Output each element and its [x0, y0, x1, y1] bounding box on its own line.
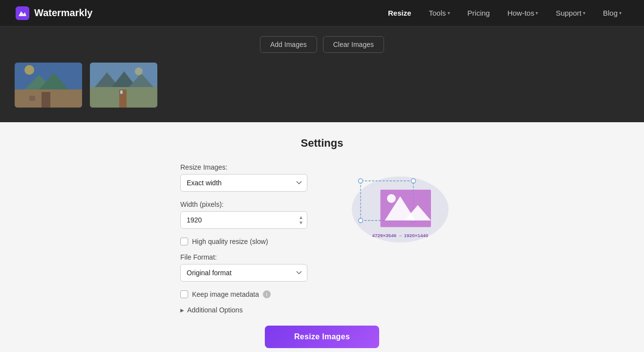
resize-illustration: 4729×3546 → 1920×1440: [346, 163, 464, 261]
resize-images-group: Resize Images: Exact width Exact height …: [180, 163, 307, 192]
width-input[interactable]: [180, 211, 307, 229]
thumbnail-2[interactable]: [90, 63, 157, 108]
additional-options-toggle[interactable]: ▶ Additional Options: [180, 306, 307, 314]
file-format-label: File Format:: [180, 253, 307, 261]
high-quality-label[interactable]: High quality resize (slow): [192, 238, 268, 245]
thumbnail-1-image: [15, 63, 82, 108]
svg-point-27: [387, 194, 396, 203]
nav-tools[interactable]: Tools ▾: [422, 6, 457, 20]
svg-rect-15: [120, 90, 123, 94]
svg-rect-17: [90, 63, 157, 87]
thumbnail-1[interactable]: [15, 63, 82, 108]
settings-title: Settings: [0, 137, 644, 150]
how-tos-chevron-icon: ▾: [536, 10, 538, 16]
svg-point-20: [359, 179, 363, 183]
width-group: Width (pixels): ▲ ▼: [180, 200, 307, 229]
width-increment-button[interactable]: ▲: [299, 215, 303, 220]
nav-links: Resize Tools ▾ Pricing How-tos ▾ Support…: [381, 6, 628, 20]
svg-text:4729×3546 → 1920×1440: 4729×3546 → 1920×1440: [372, 233, 429, 238]
width-label: Width (pixels):: [180, 200, 307, 208]
resize-button-wrapper: Resize Images: [0, 326, 644, 348]
navbar: Watermarkly Resize Tools ▾ Pricing How-t…: [0, 0, 644, 26]
width-decrement-button[interactable]: ▼: [299, 220, 303, 225]
metadata-info-icon[interactable]: i: [263, 290, 271, 298]
svg-rect-8: [15, 63, 82, 89]
nav-support[interactable]: Support ▾: [549, 6, 592, 20]
settings-section: Settings Resize Images: Exact width Exac…: [0, 122, 644, 352]
file-format-select[interactable]: Original format JPEG PNG WEBP: [180, 264, 307, 282]
image-toolbar: Add Images Clear Images: [15, 36, 629, 53]
additional-options-label: Additional Options: [187, 306, 243, 314]
nav-resize[interactable]: Resize: [381, 6, 418, 20]
high-quality-group: High quality resize (slow): [180, 238, 307, 245]
settings-form: Resize Images: Exact width Exact height …: [180, 163, 307, 314]
resize-mode-select[interactable]: Exact width Exact height Percentage Max …: [180, 174, 307, 192]
triangle-right-icon: ▶: [180, 308, 184, 313]
resize-images-label: Resize Images:: [180, 163, 307, 171]
tools-chevron-icon: ▾: [448, 10, 450, 16]
nav-pricing[interactable]: Pricing: [461, 6, 497, 20]
settings-body: Resize Images: Exact width Exact height …: [83, 163, 561, 314]
file-format-group: File Format: Original format JPEG PNG WE…: [180, 253, 307, 282]
image-strip: Add Images Clear Images: [0, 26, 644, 122]
nav-blog[interactable]: Blog ▾: [596, 6, 628, 20]
width-spinner: ▲ ▼: [299, 215, 303, 225]
keep-metadata-checkbox[interactable]: [180, 290, 188, 298]
thumbnail-2-image: [90, 63, 157, 108]
svg-point-23: [359, 219, 363, 223]
svg-point-21: [411, 179, 416, 183]
logo-icon: [16, 6, 29, 20]
keep-metadata-group: Keep image metadata i: [180, 290, 307, 298]
high-quality-checkbox[interactable]: [180, 238, 188, 245]
blog-chevron-icon: ▾: [619, 10, 622, 16]
nav-how-tos[interactable]: How-tos ▾: [500, 6, 545, 20]
width-input-wrapper: ▲ ▼: [180, 211, 307, 229]
add-images-button[interactable]: Add Images: [260, 36, 317, 53]
resize-diagram-svg: 4729×3546 → 1920×1440: [346, 163, 454, 251]
logo[interactable]: Watermarkly: [16, 6, 92, 20]
brand-name: Watermarkly: [34, 7, 92, 19]
svg-rect-6: [29, 96, 35, 101]
svg-rect-5: [42, 92, 50, 108]
keep-metadata-label[interactable]: Keep image metadata: [192, 290, 259, 298]
resize-images-button[interactable]: Resize Images: [265, 326, 379, 348]
clear-images-button[interactable]: Clear Images: [323, 36, 384, 53]
image-thumbnails: [15, 63, 629, 108]
support-chevron-icon: ▾: [583, 10, 585, 16]
